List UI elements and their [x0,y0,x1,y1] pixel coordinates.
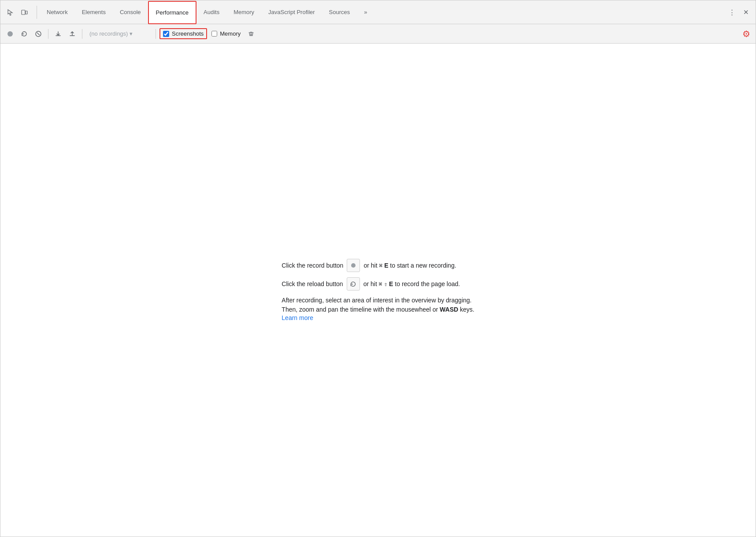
dropdown-chevron-icon: ▾ [130,30,133,37]
screenshots-checkbox-label[interactable]: Screenshots [159,28,207,39]
wasd-bold: WASD [440,306,458,313]
more-vert-icon: ⋮ [729,8,735,16]
instruction-after-recording: After recording, select an area of inter… [282,296,474,321]
svg-rect-0 [22,10,25,15]
clear-recordings-btn[interactable] [245,28,257,40]
instruction-wasd-text: Then, zoom and pan the timeline with the… [282,305,474,314]
learn-more-link[interactable]: Learn more [282,314,313,321]
tab-bar: Network Elements Console Performance Aud… [0,0,756,24]
instructions: Click the record button or hit ⌘ E to st… [282,259,474,321]
tab-network[interactable]: Network [40,1,75,24]
toolbar: (no recordings) ▾ Screenshots Memory ⚙ [0,24,756,44]
memory-toolbar-label: Memory [220,30,241,37]
record-line-post: or hit ⌘ E to start a new recording. [363,261,456,270]
tab-elements[interactable]: Elements [75,1,113,24]
reload-inline-btn [347,277,360,291]
tab-more[interactable]: » [357,1,374,24]
svg-rect-1 [26,11,27,14]
svg-point-5 [351,263,356,268]
toolbar-divider-1 [48,29,48,39]
reload-line-post: or hit ⌘ ⇧ E to record the page load. [363,280,460,289]
cursor-icon-btn[interactable] [4,6,16,18]
instruction-drag-text: After recording, select an area of inter… [282,296,471,305]
stop-btn[interactable] [32,28,44,40]
close-devtools-btn[interactable]: ✕ [740,6,752,18]
tab-console[interactable]: Console [113,1,148,24]
toolbar-right: ⚙ [741,27,752,41]
svg-point-2 [7,31,13,37]
toolbar-divider-3 [156,29,156,39]
record-inline-btn [347,259,360,272]
screenshots-checkbox[interactable] [163,31,169,37]
reload-line-pre: Click the reload button [282,280,343,289]
recordings-label: (no recordings) [89,30,128,37]
device-mode-icon-btn[interactable] [18,6,30,18]
devtools-window: Network Elements Console Performance Aud… [0,0,756,537]
instruction-reload: Click the reload button or hit ⌘ ⇧ E to … [282,277,474,291]
tab-audits[interactable]: Audits [196,1,226,24]
screenshots-label: Screenshots [172,30,204,37]
more-options-btn[interactable]: ⋮ [726,6,738,18]
memory-checkbox[interactable] [211,31,217,37]
svg-line-4 [37,33,40,35]
memory-checkbox-label[interactable]: Memory [209,29,243,39]
toolbar-divider-2 [82,29,82,39]
tab-divider-1 [37,6,37,19]
record-line-pre: Click the record button [282,261,343,270]
tab-bar-right: ⋮ ✕ [726,6,752,18]
tabs: Network Elements Console Performance Aud… [40,0,726,24]
tab-performance[interactable]: Performance [148,1,196,24]
tab-memory[interactable]: Memory [226,1,261,24]
download-btn[interactable] [66,28,78,40]
main-content: Click the record button or hit ⌘ E to st… [0,44,756,537]
recordings-dropdown[interactable]: (no recordings) ▾ [86,29,152,38]
tab-bar-left-icons [4,6,30,18]
chevron-right-icon: » [364,9,367,15]
settings-icon[interactable]: ⚙ [741,27,752,41]
tab-sources[interactable]: Sources [322,1,357,24]
instruction-record: Click the record button or hit ⌘ E to st… [282,259,474,272]
reload-record-btn[interactable] [18,28,30,40]
tab-js-profiler[interactable]: JavaScript Profiler [261,1,322,24]
close-icon: ✕ [743,8,749,16]
upload-btn[interactable] [52,28,64,40]
record-btn[interactable] [4,28,16,40]
